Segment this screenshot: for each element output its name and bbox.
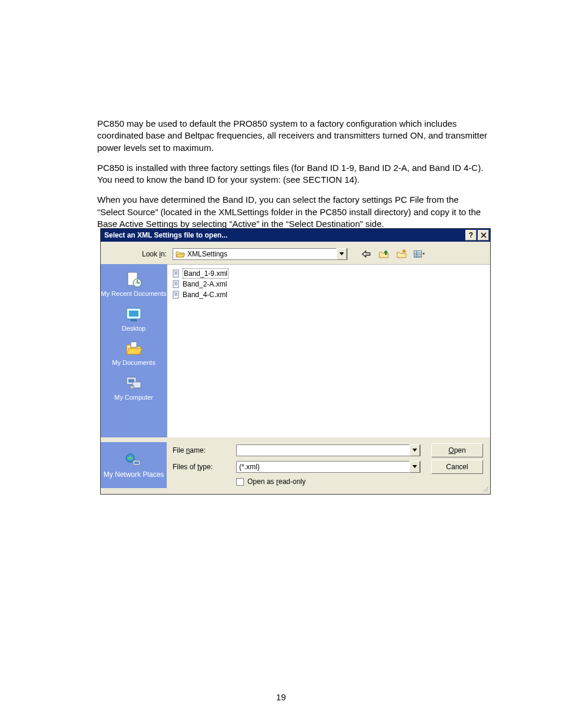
view-menu-icon [414, 249, 425, 259]
cancel-button[interactable]: Cancel [431, 460, 483, 474]
dialog-title: Select an XML Settings file to open... [104, 230, 464, 240]
resize-grip-icon[interactable] [481, 485, 489, 493]
place-desktop[interactable]: Desktop [101, 302, 167, 334]
close-button[interactable] [478, 230, 489, 241]
filename-dropdown-button[interactable] [409, 444, 420, 456]
paragraph: When you have determined the Band ID, yo… [97, 194, 488, 230]
filetype-dropdown-button[interactable] [409, 461, 420, 473]
close-icon [481, 232, 487, 238]
svg-rect-21 [130, 386, 134, 389]
place-recent-documents[interactable]: My Recent Documents [101, 268, 167, 299]
lookin-dropdown-button[interactable] [336, 248, 347, 260]
xml-file-icon [172, 269, 180, 278]
lookin-value: XMLSettings [187, 249, 336, 259]
readonly-label: Open as read-only [247, 477, 306, 486]
readonly-checkbox[interactable] [236, 478, 244, 486]
dialog-titlebar: Select an XML Settings file to open... ? [101, 229, 490, 242]
dialog-toolbar [361, 248, 425, 260]
svg-rect-36 [134, 462, 139, 464]
place-my-network-places[interactable]: My Network Places [101, 442, 167, 488]
xml-file-icon [172, 291, 180, 299]
filetype-label: Files of type: [167, 462, 232, 472]
my-computer-icon [124, 374, 143, 393]
network-places-icon [124, 451, 143, 470]
file-list[interactable]: Band_1-9.xml Band_2-A.xml [167, 264, 490, 437]
desktop-icon [124, 305, 143, 324]
svg-rect-26 [173, 281, 178, 288]
up-one-level-button[interactable] [378, 248, 390, 260]
paragraph: PC850 may be used to default the PRO850 … [97, 118, 488, 154]
svg-rect-17 [131, 342, 137, 347]
file-item[interactable]: Band_4-C.xml [172, 289, 485, 300]
svg-rect-16 [129, 311, 138, 317]
filetype-combo[interactable]: (*.xml) [236, 461, 421, 473]
place-my-documents[interactable]: My Documents [101, 337, 167, 368]
page-number: 19 [0, 691, 562, 703]
folder-open-icon [176, 250, 185, 258]
place-my-computer[interactable]: My Computer [101, 371, 167, 403]
recent-documents-icon [124, 270, 143, 289]
my-documents-icon [124, 339, 143, 358]
file-item[interactable]: Band_2-A.xml [172, 279, 485, 289]
chevron-down-icon [339, 252, 344, 256]
lookin-label: Look in: [101, 249, 173, 259]
lookin-combo[interactable]: XMLSettings [173, 248, 348, 260]
help-button[interactable]: ? [465, 230, 477, 241]
back-arrow-icon [361, 250, 372, 258]
places-bar: My Recent Documents Desktop [101, 264, 167, 437]
folder-up-icon [379, 249, 389, 259]
new-folder-button[interactable] [396, 248, 408, 260]
open-file-dialog: Select an XML Settings file to open... ?… [100, 228, 491, 495]
document-body: PC850 may be used to default the PRO850 … [97, 118, 488, 230]
chevron-down-icon [412, 465, 417, 469]
open-button[interactable]: Open [431, 443, 483, 457]
svg-line-42 [488, 492, 488, 492]
filename-input[interactable] [236, 444, 421, 456]
back-button[interactable] [361, 248, 372, 260]
xml-file-icon [172, 280, 180, 288]
filename-label: File name: [167, 446, 232, 455]
chevron-down-icon [412, 449, 417, 452]
readonly-checkbox-row[interactable]: Open as read-only [236, 477, 421, 486]
svg-rect-22 [173, 270, 178, 277]
svg-rect-30 [173, 291, 178, 298]
file-item[interactable]: Band_1-9.xml [172, 268, 485, 279]
view-menu-button[interactable] [414, 248, 425, 260]
paragraph: PC850 is installed with three factory se… [97, 162, 488, 186]
folder-new-icon [396, 249, 407, 259]
